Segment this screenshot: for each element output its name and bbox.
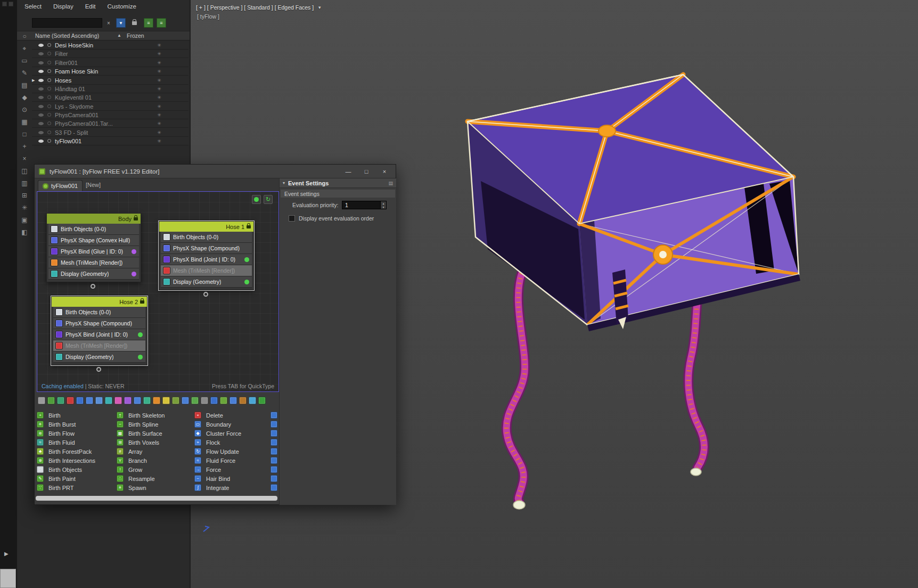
operator-row[interactable]: Display (Geometry) — [48, 268, 139, 280]
unlock-icon[interactable] — [140, 300, 144, 304]
checkbox[interactable] — [289, 215, 295, 222]
category-icon[interactable] — [153, 397, 160, 404]
operator-row[interactable]: PhysX Bind (Joint | ID: 0) — [161, 254, 252, 265]
category-icon[interactable] — [57, 397, 64, 404]
depot-item[interactable]: ⊗Birth Intersections — [37, 456, 114, 465]
visibility-eye-icon[interactable] — [38, 44, 44, 47]
rail-icon[interactable] — [9, 2, 13, 6]
unlock-icon[interactable] — [247, 225, 251, 228]
toolbar-icon[interactable]: ✎ — [19, 67, 30, 79]
depot-item[interactable] — [271, 411, 279, 420]
depot-item[interactable]: →Force — [194, 465, 272, 474]
depot-item[interactable]: ∵Birth PRT — [37, 483, 114, 492]
visibility-eye-icon[interactable] — [38, 113, 44, 117]
category-icon[interactable] — [230, 397, 237, 404]
depot-item[interactable]: ×Delete — [194, 411, 272, 420]
depot-item[interactable]: ∴Resample — [117, 474, 194, 483]
frozen-snowflake-icon[interactable]: ✳ — [153, 112, 165, 118]
depot-item[interactable] — [271, 483, 279, 492]
tab-tyflow001[interactable]: tyFlow001 — [38, 180, 83, 191]
lock-icon[interactable] — [132, 21, 137, 25]
event-node-body[interactable]: Body Birth Objects (0-0) PhysX Shape (Co… — [46, 213, 141, 282]
menu-display[interactable]: Display — [53, 3, 73, 10]
depot-item[interactable]: †Birth Skeleton — [117, 411, 194, 420]
depot-item[interactable]: ~Hair Bind — [194, 474, 272, 483]
category-icon[interactable] — [95, 397, 103, 404]
scene-object-row[interactable]: PhysCamera001.Tar...✳ — [32, 119, 188, 128]
operator-row[interactable]: Mesh (TriMesh [Render]) — [53, 340, 145, 352]
expand-arrow[interactable]: ▶ — [32, 78, 38, 83]
category-icon[interactable] — [258, 397, 266, 404]
depot-item[interactable]: ≈Birth Fluid — [37, 438, 114, 447]
operator-row[interactable]: PhysX Shape (Convex Hull) — [48, 235, 139, 246]
scene-object-row[interactable]: Desi HoseSkin✳ — [32, 41, 188, 50]
depot-item[interactable]: ⊞Birth Voxels — [117, 438, 194, 447]
depot-item[interactable]: »Flock — [194, 438, 272, 447]
toolbar-icon[interactable]: □ — [19, 128, 30, 140]
visibility-eye-icon[interactable] — [38, 140, 44, 143]
category-icon[interactable] — [86, 397, 93, 404]
menu-select[interactable]: Select — [24, 3, 42, 10]
operator-row[interactable]: PhysX Bind (Joint | ID: 0) — [53, 329, 145, 340]
name-column-header[interactable]: Name (Sorted Ascending) — [35, 32, 99, 39]
category-icon[interactable] — [162, 397, 170, 404]
visibility-eye-icon[interactable] — [38, 70, 44, 73]
operator-row[interactable]: Display (Geometry) — [53, 352, 145, 363]
depot-item[interactable]: ~Birth Spline — [117, 420, 194, 429]
category-icon[interactable] — [38, 397, 45, 404]
menu-edit[interactable]: Edit — [85, 3, 96, 10]
frozen-snowflake-icon[interactable]: ✳ — [153, 104, 165, 109]
window-titlebar[interactable]: tyFlow001 : [tyFlow FREE v1.129 Editor] … — [35, 165, 396, 178]
depot-item[interactable]: ≋Birth Flow — [37, 429, 114, 438]
toolbar-icon[interactable]: ▥ — [19, 177, 30, 189]
toolbar-icon[interactable]: ▤ — [19, 79, 30, 91]
visibility-eye-icon[interactable] — [38, 52, 44, 55]
visibility-eye-icon[interactable] — [38, 79, 44, 82]
category-icon[interactable] — [76, 397, 84, 404]
depot-item[interactable] — [271, 474, 279, 483]
scene-object-row[interactable]: Håndtag 01✳ — [32, 85, 188, 93]
category-icon[interactable] — [182, 397, 189, 404]
minimized-panel[interactable] — [0, 569, 16, 588]
caching-status[interactable]: Caching enabled — [42, 383, 84, 389]
depot-item[interactable]: ∫Integrate — [194, 483, 272, 492]
depot-item[interactable]: ≈Fluid Force — [194, 456, 272, 465]
toolbar-icon[interactable]: ◆ — [19, 91, 30, 103]
visibility-eye-icon[interactable] — [38, 131, 44, 134]
toolbar-icon[interactable]: ⊞ — [19, 189, 30, 201]
toolbar-icon[interactable]: ○ — [19, 30, 30, 42]
visibility-eye-icon[interactable] — [38, 61, 44, 64]
depot-item[interactable] — [271, 438, 279, 447]
frozen-snowflake-icon[interactable]: ✳ — [153, 121, 165, 126]
operator-row[interactable]: Display (Geometry) — [161, 276, 252, 288]
frozen-snowflake-icon[interactable]: ✳ — [153, 69, 165, 74]
node-header[interactable]: Body — [47, 214, 141, 224]
frozen-snowflake-icon[interactable]: ✳ — [153, 130, 165, 135]
toolbar-icon[interactable]: ⊙ — [19, 103, 30, 116]
operator-row[interactable]: Mesh (TriMesh [Render]) — [48, 257, 139, 268]
scene-object-row[interactable]: Kugleventil 01✳ — [32, 93, 188, 102]
menu-customize[interactable]: Customize — [108, 3, 136, 10]
category-icon[interactable] — [239, 397, 247, 404]
maximize-button[interactable]: □ — [357, 165, 375, 178]
panel-dock-icon[interactable]: ▤ — [388, 181, 393, 186]
node-graph-canvas[interactable]: ↻ Body Birth Objects (0-0) PhysX Shape (… — [37, 191, 279, 392]
depot-item[interactable]: #Array — [117, 447, 194, 456]
simulation-enable-button[interactable] — [252, 195, 261, 204]
scene-object-row[interactable]: tyFlow001✳ — [32, 137, 188, 145]
depot-item[interactable] — [271, 447, 279, 456]
depot-item[interactable] — [271, 420, 279, 429]
depot-item[interactable]: ▦Birth Surface — [117, 429, 194, 438]
depot-item[interactable]: YBranch — [117, 456, 194, 465]
category-icon[interactable] — [114, 397, 122, 404]
toolbar-icon[interactable]: × — [19, 152, 30, 165]
node-header[interactable]: Hose 2 — [52, 297, 147, 307]
search-input[interactable] — [32, 18, 102, 28]
event-node-hose2[interactable]: Hose 2 Birth Objects (0-0) PhysX Shape (… — [51, 296, 147, 365]
event-node-hose1[interactable]: Hose 1 Birth Objects (0-0) PhysX Shape (… — [159, 221, 254, 290]
category-icon[interactable] — [191, 397, 199, 404]
scene-object-row[interactable]: Lys - Skydome✳ — [32, 102, 188, 111]
spin-up-icon[interactable]: ▲ — [381, 201, 386, 205]
frozen-snowflake-icon[interactable]: ✳ — [153, 78, 165, 83]
frozen-snowflake-icon[interactable]: ✳ — [153, 86, 165, 92]
